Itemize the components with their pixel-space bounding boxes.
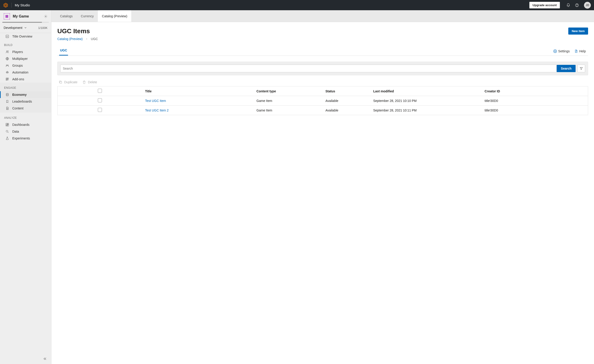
automation-icon — [6, 71, 9, 74]
trash-icon — [82, 80, 86, 84]
sidebar-section-engage: ENGAGE — [0, 83, 51, 91]
gear-icon[interactable] — [44, 14, 47, 18]
sidebar-item-groups[interactable]: Groups — [0, 62, 51, 69]
duplicate-button[interactable]: Duplicate — [59, 80, 77, 84]
column-header-last-modified[interactable]: Last modified — [370, 87, 482, 96]
sidebar-item-experiments[interactable]: Experiments — [0, 135, 51, 142]
sidebar-item-label: Leaderboards — [12, 100, 32, 103]
file-help-icon — [574, 49, 578, 53]
cell-creator-id: title!30D0 — [482, 96, 588, 106]
item-title-link[interactable]: Test UGC Item 2 — [145, 108, 169, 112]
sidebar-item-label: Data — [12, 130, 19, 133]
table-row[interactable]: Test UGC Item Game Item Available Septem… — [58, 96, 588, 106]
upgrade-account-button[interactable]: Upgrade account — [529, 2, 560, 8]
sidebar-item-players[interactable]: Players — [0, 48, 51, 55]
row-checkbox[interactable] — [98, 98, 102, 102]
addons-icon — [6, 77, 9, 81]
filter-button[interactable] — [577, 65, 585, 72]
notifications-icon[interactable] — [566, 3, 570, 7]
breadcrumb-current: UGC — [91, 37, 98, 41]
column-header-creator-id[interactable]: Creator ID — [482, 87, 588, 96]
tab-catalog-preview[interactable]: Catalog (Preview) — [98, 10, 131, 22]
svg-marker-0 — [4, 3, 8, 7]
bar-chart-icon — [6, 34, 9, 38]
ugc-items-table: Title Content type Status Last modified … — [57, 86, 588, 115]
brand-logo-icon[interactable] — [3, 3, 8, 8]
duplicate-icon — [59, 80, 62, 84]
sidebar-item-label: Multiplayer — [12, 57, 28, 61]
svg-point-6 — [6, 51, 7, 52]
collapse-sidebar-icon[interactable] — [43, 357, 47, 361]
sidebar-item-label: Add-ons — [12, 77, 24, 81]
sidebar-item-label: Dashboards — [12, 123, 30, 127]
cell-status: Available — [323, 96, 371, 106]
globe-icon — [6, 57, 9, 61]
svg-rect-11 — [6, 72, 8, 73]
svg-rect-16 — [6, 79, 7, 81]
sidebar-section-analyze: ANALYZE — [0, 113, 51, 121]
svg-rect-20 — [7, 124, 9, 126]
document-icon — [6, 107, 9, 110]
svg-point-17 — [6, 93, 8, 94]
sidebar-item-content[interactable]: Content — [0, 105, 51, 112]
search-button[interactable]: Search — [557, 65, 576, 72]
sidebar-item-label: Economy — [12, 93, 27, 96]
game-icon — [4, 13, 10, 20]
breadcrumb-root[interactable]: Catalog (Preview) — [57, 37, 83, 41]
sidebar-item-leaderboards[interactable]: Leaderboards — [0, 98, 51, 105]
settings-button[interactable]: Settings — [551, 47, 572, 55]
chevron-right-icon — [85, 38, 88, 40]
row-checkbox[interactable] — [98, 108, 102, 112]
svg-marker-1 — [5, 4, 7, 6]
svg-point-7 — [8, 51, 8, 51]
svg-rect-19 — [7, 123, 9, 124]
tab-catalogs[interactable]: Catalogs — [56, 10, 77, 22]
svg-point-10 — [7, 65, 8, 66]
search-input[interactable] — [60, 65, 557, 72]
players-icon — [6, 50, 9, 54]
table-row[interactable]: Test UGC Item 2 Game Item Available Sept… — [58, 106, 588, 115]
svg-rect-21 — [6, 125, 7, 126]
select-all-checkbox[interactable] — [98, 89, 102, 93]
flask-icon — [6, 136, 9, 140]
search-icon — [6, 130, 9, 133]
game-name[interactable]: My Game — [13, 14, 44, 18]
svg-point-22 — [6, 130, 8, 132]
breadcrumb: Catalog (Preview) UGC — [57, 37, 588, 41]
sidebar-item-dashboards[interactable]: Dashboards — [0, 121, 51, 128]
groups-icon — [6, 64, 9, 67]
new-item-button[interactable]: New item — [568, 27, 588, 34]
cell-content-type: Game Item — [254, 106, 323, 115]
svg-point-9 — [6, 65, 7, 66]
column-header-title[interactable]: Title — [142, 87, 254, 96]
user-avatar[interactable]: JD — [584, 2, 591, 9]
sidebar-item-title-overview[interactable]: Title Overview — [0, 33, 51, 40]
sidebar-item-label: Automation — [12, 71, 28, 74]
dashboard-icon — [6, 123, 9, 127]
player-count: 1/100K — [38, 26, 47, 30]
tab-currency[interactable]: Currency — [77, 10, 98, 22]
sidebar-item-multiplayer[interactable]: Multiplayer — [0, 55, 51, 62]
delete-button[interactable]: Delete — [82, 80, 97, 84]
help-icon[interactable] — [575, 3, 579, 7]
svg-rect-14 — [6, 78, 7, 79]
gear-icon — [553, 49, 557, 53]
help-button[interactable]: Help — [572, 47, 588, 55]
svg-rect-18 — [6, 123, 7, 125]
cell-last-modified: September 28, 2021 10:10 PM — [370, 96, 482, 106]
cell-creator-id: title!30D0 — [482, 106, 588, 115]
studio-name[interactable]: My Studio — [15, 3, 30, 7]
column-header-status[interactable]: Status — [323, 87, 371, 96]
sidebar-item-economy[interactable]: Economy — [0, 91, 51, 98]
svg-point-12 — [7, 72, 7, 72]
subtab-ugc[interactable]: UGC — [59, 47, 68, 55]
environment-label[interactable]: Development — [4, 26, 22, 30]
item-title-link[interactable]: Test UGC Item — [145, 99, 166, 103]
svg-point-24 — [576, 52, 576, 52]
sidebar-item-data[interactable]: Data — [0, 128, 51, 135]
sidebar-item-addons[interactable]: Add-ons — [0, 76, 51, 83]
column-header-content-type[interactable]: Content type — [254, 87, 323, 96]
chevron-down-icon[interactable] — [24, 26, 27, 29]
sidebar-item-automation[interactable]: Automation — [0, 69, 51, 76]
sidebar-item-label: Groups — [12, 64, 23, 67]
